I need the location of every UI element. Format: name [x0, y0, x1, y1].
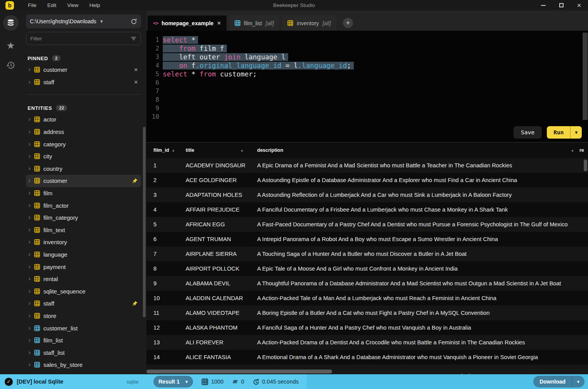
sidebar-item-actor[interactable]: ›actor [26, 113, 141, 126]
unpin-close-icon[interactable]: × [134, 79, 138, 85]
chevron-right-icon[interactable]: › [28, 337, 31, 343]
chevron-right-icon[interactable]: › [28, 141, 31, 147]
chevron-right-icon[interactable]: › [28, 325, 31, 331]
chevron-right-icon[interactable]: › [28, 116, 31, 122]
editor-line-4[interactable]: 4 on f.original_language_id = l.language… [146, 61, 588, 70]
sidebar-item-film_category[interactable]: ›film_category [26, 212, 141, 224]
editor-line-3[interactable]: 3 left outer join language l [146, 53, 588, 61]
chevron-right-icon[interactable]: › [28, 177, 31, 184]
sidebar-item-country[interactable]: ›country [26, 163, 141, 175]
editor-line-6[interactable]: 6 [146, 78, 588, 87]
sidebar-item-film_actor[interactable]: ›film_actor [26, 199, 141, 212]
chevron-right-icon[interactable]: › [28, 153, 31, 159]
refresh-button[interactable] [130, 18, 137, 25]
favorites-nav-button[interactable]: ★ [6, 41, 15, 50]
connection-status[interactable]: ✓ [DEV] local Sqlite sqlite [0, 378, 146, 386]
unpin-close-icon[interactable]: × [134, 66, 138, 73]
chevron-right-icon[interactable]: › [28, 226, 31, 233]
filter-input[interactable] [30, 36, 130, 42]
table-row[interactable]: 12ALASKA PHANTOMA Fanciful Saga of a Hun… [146, 320, 588, 335]
editor-scrollbar[interactable] [583, 33, 588, 120]
table-row[interactable]: 3ADAPTATION HOLESA Astounding Reflection… [146, 188, 588, 202]
sidebar-item-film[interactable]: ›film [26, 187, 141, 200]
table-row[interactable]: 8AIRPORT POLLOCKA Epic Tale of a Moose A… [146, 261, 588, 276]
column-header-partial[interactable]: re [579, 148, 588, 153]
editor-line-9[interactable]: 9 [146, 104, 588, 113]
sidebar-item-film_text[interactable]: ›film_text [26, 224, 141, 236]
result-selector[interactable]: Result 1 ▼ [153, 376, 193, 387]
tab-film_list[interactable]: film_list[all] [229, 16, 279, 31]
tab-homepage_example[interactable]: <>homepage_example× [148, 16, 226, 31]
menu-file[interactable]: File [23, 1, 42, 10]
run-dropdown-button[interactable]: ▼ [570, 126, 582, 139]
sidebar-item-category[interactable]: ›category [26, 138, 141, 150]
chevron-right-icon[interactable]: › [28, 128, 31, 135]
chevron-right-icon[interactable]: › [28, 349, 31, 356]
editor-line-5[interactable]: 5select * from customer; [146, 70, 588, 78]
results-vertical-scrollbar[interactable] [584, 160, 587, 171]
chevron-right-icon[interactable]: › [28, 66, 31, 73]
save-button[interactable]: Save [513, 126, 542, 139]
results-horizontal-scrollbar-thumb[interactable] [146, 370, 332, 373]
menu-edit[interactable]: Edit [42, 1, 62, 10]
column-header-description[interactable]: description ▲ [249, 148, 579, 153]
table-row[interactable]: 7AIRPLANE SIERRAA Touching Saga of a Hun… [146, 247, 588, 261]
table-row[interactable]: 2ACE GOLDFINGERA Astounding Epistle of a… [146, 173, 588, 188]
tab-close-icon[interactable]: × [217, 19, 221, 27]
sidebar-item-address[interactable]: ›address [26, 126, 141, 138]
chevron-right-icon[interactable]: › [28, 288, 31, 294]
pin-icon[interactable] [132, 178, 138, 184]
editor-line-8[interactable]: 8 [146, 96, 588, 104]
pin-icon[interactable] [132, 300, 138, 306]
table-row[interactable]: 10ALADDIN CALENDARA Action-Packed Tale o… [146, 291, 588, 306]
tab-inventory[interactable]: inventory[all] [282, 16, 336, 31]
column-header-film-id[interactable]: film_id ▲ [146, 148, 179, 153]
table-row[interactable]: 4AFFAIR PREJUDICEA Fanciful Documentary … [146, 202, 588, 217]
chevron-right-icon[interactable]: › [28, 300, 31, 306]
chevron-right-icon[interactable]: › [28, 202, 31, 208]
run-button[interactable]: Run ▼ [547, 126, 582, 139]
column-header-title[interactable]: title ▲ [179, 148, 249, 153]
sidebar-item-city[interactable]: ›city [26, 150, 141, 163]
table-row[interactable]: 5AFRICAN EGGA Fast-Paced Documentary of … [146, 217, 588, 232]
sql-editor[interactable]: 1select *2 from film f3 left outer join … [146, 31, 588, 142]
chevron-right-icon[interactable]: › [28, 189, 31, 196]
sidebar-item-film_list[interactable]: ›film_list [26, 334, 141, 347]
sidebar-item-sales_by_store[interactable]: ›sales_by_store [26, 359, 141, 371]
chevron-right-icon[interactable]: › [28, 238, 31, 245]
table-row[interactable]: 13ALI FOREVERA Action-Packed Drama of a … [146, 335, 588, 350]
table-row[interactable]: 9ALABAMA DEVILA Thoughtful Panorama of a… [146, 276, 588, 291]
editor-line-1[interactable]: 1select * [146, 36, 588, 44]
minimize-button[interactable] [534, 0, 552, 10]
table-row[interactable]: 1ACADEMY DINOSAURA Epic Drama of a Femin… [146, 158, 588, 173]
chevron-right-icon[interactable]: › [28, 78, 31, 85]
chevron-right-icon[interactable]: › [28, 263, 31, 270]
sidebar-item-payment[interactable]: ›payment [26, 260, 141, 273]
sidebar-item-store[interactable]: ›store [26, 310, 141, 322]
maximize-button[interactable] [552, 0, 570, 10]
menu-help[interactable]: Help [84, 1, 106, 10]
new-tab-button[interactable]: + [343, 18, 353, 28]
menu-view[interactable]: View [62, 1, 84, 10]
sidebar-item-staff_list[interactable]: ›staff_list [26, 346, 141, 359]
sidebar-item-staff[interactable]: ›staff [26, 297, 141, 310]
sidebar-scrollbar[interactable] [143, 127, 146, 317]
sidebar-item-language[interactable]: ›language [26, 248, 141, 261]
chevron-right-icon[interactable]: › [28, 214, 31, 221]
close-button[interactable]: × [570, 0, 588, 10]
table-row[interactable]: 14ALICE FANTASIAA Emotional Drama of a A… [146, 350, 588, 365]
results-horizontal-scrollbar-track[interactable] [146, 369, 588, 374]
history-nav-button[interactable] [6, 61, 16, 71]
editor-line-7[interactable]: 7 [146, 87, 588, 96]
chevron-right-icon[interactable]: › [28, 251, 31, 257]
chevron-right-icon[interactable]: › [28, 275, 31, 282]
sidebar-item-customer[interactable]: ›customer [26, 175, 141, 187]
run-label[interactable]: Run [547, 126, 570, 139]
sidebar-item-inventory[interactable]: ›inventory [26, 236, 141, 248]
pinned-item-staff[interactable]: ›staff× [26, 76, 141, 89]
sidebar-item-customer_list[interactable]: ›customer_list [26, 322, 141, 334]
table-row[interactable]: 6AGENT TRUMANA Intrepid Panorama of a Ro… [146, 232, 588, 247]
chevron-right-icon[interactable]: › [28, 165, 31, 172]
connections-nav-button[interactable] [3, 15, 19, 31]
download-button[interactable]: Download ▼ [533, 376, 585, 387]
